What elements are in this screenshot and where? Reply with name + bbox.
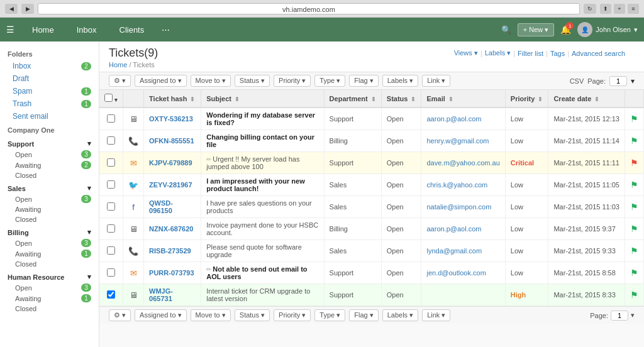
bottom-labels[interactable]: Labels ▾ xyxy=(382,309,418,321)
status-dropdown[interactable]: Status ▾ xyxy=(235,75,270,87)
bottom-page-input[interactable] xyxy=(611,311,628,321)
tags-link[interactable]: Tags xyxy=(550,50,565,57)
sales-awaiting[interactable]: Awaiting xyxy=(0,204,99,214)
row-checkbox[interactable] xyxy=(107,158,115,167)
th-email[interactable]: Email ⇕ xyxy=(421,90,505,107)
nav-clients[interactable]: Clients xyxy=(114,23,150,37)
th-ticket-hash[interactable]: Ticket hash ⇕ xyxy=(144,90,201,107)
user-menu[interactable]: 👤 John Olsen ▾ xyxy=(577,22,638,37)
add-tab-button[interactable]: + xyxy=(614,4,625,14)
ticket-hash-link[interactable]: PURR-073793 xyxy=(149,269,194,277)
ticket-hash-link[interactable]: KJPV-679889 xyxy=(149,159,192,167)
assigned-to-dropdown[interactable]: Assigned to ▾ xyxy=(135,75,187,87)
bottom-priority[interactable]: Priority ▾ xyxy=(274,309,311,321)
page-input[interactable] xyxy=(609,76,627,86)
row-checkbox[interactable] xyxy=(107,202,115,211)
support-awaiting[interactable]: Awaiting 2 xyxy=(0,160,99,170)
billing-closed[interactable]: Closed xyxy=(0,259,99,269)
advanced-search-link[interactable]: Advanced search xyxy=(572,50,625,57)
sales-closed[interactable]: Closed xyxy=(0,214,99,224)
row-checkbox[interactable] xyxy=(107,114,115,123)
row-checkbox[interactable] xyxy=(107,290,115,299)
new-button[interactable]: + New ▾ xyxy=(518,23,555,36)
notification-bell[interactable]: 🔔 1 xyxy=(560,25,571,35)
bottom-gear-dropdown[interactable]: ⚙ ▾ xyxy=(109,309,131,321)
email-value[interactable]: lynda@gmail.com xyxy=(426,247,482,255)
support-closed[interactable]: Closed xyxy=(0,170,99,180)
email-value[interactable]: jen.d@outlook.com xyxy=(426,269,486,277)
grid-icon[interactable]: ⋯ xyxy=(162,25,170,35)
billing-awaiting[interactable]: Awaiting 1 xyxy=(0,248,99,259)
url-bar[interactable]: vh.iamdemo.com xyxy=(38,3,580,14)
hr-closed[interactable]: Closed xyxy=(0,304,99,314)
avatar: 👤 xyxy=(577,22,592,37)
nav-home[interactable]: Home xyxy=(27,23,59,37)
row-checkbox[interactable] xyxy=(107,268,115,277)
refresh-button[interactable]: ↻ xyxy=(584,4,596,14)
support-open[interactable]: Open 3 xyxy=(0,149,99,160)
breadcrumb-home[interactable]: Home xyxy=(109,61,127,69)
bottom-status[interactable]: Status ▾ xyxy=(235,309,270,321)
bottom-move-to[interactable]: Move to ▾ xyxy=(191,309,231,321)
th-create-date[interactable]: Create date ⇕ xyxy=(548,90,625,107)
labels-dropdown[interactable]: Labels ▾ xyxy=(485,49,511,57)
row-checkbox[interactable] xyxy=(107,224,115,233)
bottom-page-caret[interactable]: ▾ xyxy=(631,311,635,319)
menu-icon[interactable]: ☰ xyxy=(6,25,14,35)
email-value[interactable]: aaron.p@aol.com xyxy=(426,225,481,233)
row-checkbox[interactable] xyxy=(107,246,115,255)
th-subject[interactable]: Subject ⇕ xyxy=(201,90,324,107)
sidebar-item-sent[interactable]: Sent email xyxy=(0,110,99,123)
select-all-checkbox[interactable] xyxy=(104,94,113,102)
ticket-hash-link[interactable]: NZNX-687620 xyxy=(149,225,193,233)
sidebar-item-draft[interactable]: Draft xyxy=(0,72,99,85)
labels-toolbar-dropdown[interactable]: Labels ▾ xyxy=(382,75,418,87)
back-button[interactable]: ◀ xyxy=(5,4,18,14)
bottom-flag[interactable]: Flag ▾ xyxy=(349,309,378,321)
share-button[interactable]: ⬆ xyxy=(600,4,611,14)
filter-list-link[interactable]: Filter list xyxy=(518,50,543,57)
ticket-hash-link[interactable]: WMJG-065731 xyxy=(149,287,173,302)
th-status[interactable]: Status ⇕ xyxy=(381,90,421,107)
group-billing[interactable]: Billing ▾ xyxy=(0,224,99,238)
th-department[interactable]: Department ⇕ xyxy=(324,90,381,107)
type-dropdown[interactable]: Type ▾ xyxy=(314,75,345,87)
email-value[interactable]: dave.m@yahoo.com.au xyxy=(426,159,499,167)
views-dropdown[interactable]: Views ▾ xyxy=(454,49,478,57)
sidebar-item-inbox[interactable]: Inbox 2 xyxy=(0,60,99,72)
flag-dropdown[interactable]: Flag ▾ xyxy=(349,75,378,87)
gear-dropdown[interactable]: ⚙ ▾ xyxy=(109,75,131,87)
ticket-hash-link[interactable]: RISB-273529 xyxy=(149,247,191,255)
bottom-type[interactable]: Type ▾ xyxy=(314,309,345,321)
bottom-link[interactable]: Link ▾ xyxy=(422,309,450,321)
email-value[interactable]: henry.w@gmail.com xyxy=(426,137,489,145)
billing-open[interactable]: Open 3 xyxy=(0,238,99,248)
ticket-hash-link[interactable]: QWSD-096150 xyxy=(149,199,173,214)
forward-button[interactable]: ▶ xyxy=(21,4,34,14)
search-icon[interactable]: 🔍 xyxy=(501,25,511,35)
bottom-assigned-to[interactable]: Assigned to ▾ xyxy=(135,309,187,321)
group-support[interactable]: Support ▾ xyxy=(0,136,99,149)
group-sales[interactable]: Sales ▾ xyxy=(0,180,99,194)
row-checkbox[interactable] xyxy=(107,180,115,189)
email-value[interactable]: chris.k@yahoo.com xyxy=(426,181,487,189)
email-value[interactable]: natalie@simpon.com xyxy=(426,203,491,211)
ticket-hash-link[interactable]: OFKN-855551 xyxy=(149,137,194,145)
email-value[interactable]: aaron.p@aol.com xyxy=(426,115,481,123)
ticket-hash-link[interactable]: ZEYV-281967 xyxy=(149,181,192,189)
hr-awaiting[interactable]: Awaiting 1 xyxy=(0,293,99,304)
row-checkbox[interactable] xyxy=(107,136,115,145)
move-to-dropdown[interactable]: Move to ▾ xyxy=(191,75,231,87)
sidebar-item-trash[interactable]: Trash 1 xyxy=(0,97,99,110)
nav-inbox[interactable]: Inbox xyxy=(72,23,102,37)
priority-dropdown[interactable]: Priority ▾ xyxy=(274,75,311,87)
sales-open[interactable]: Open 3 xyxy=(0,194,99,204)
sidebar-item-spam[interactable]: Spam 1 xyxy=(0,85,99,97)
group-hr[interactable]: Human Resource ▾ xyxy=(0,269,99,282)
th-priority[interactable]: Priority ⇕ xyxy=(505,90,548,107)
more-button[interactable]: ≡ xyxy=(628,4,639,14)
hr-open[interactable]: Open 3 xyxy=(0,282,99,293)
ticket-hash-link[interactable]: OXTY-536213 xyxy=(149,115,193,123)
link-dropdown[interactable]: Link ▾ xyxy=(422,75,450,87)
page-dropdown-icon[interactable]: ▾ xyxy=(631,77,635,85)
